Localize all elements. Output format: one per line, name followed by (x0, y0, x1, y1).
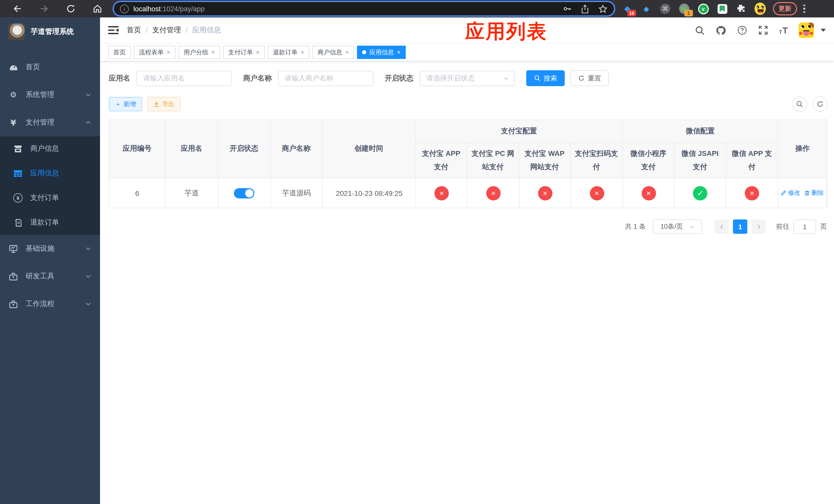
disabled-cross-icon: × (745, 186, 759, 200)
password-key-icon[interactable] (563, 4, 572, 13)
export-button[interactable]: 导出 (147, 97, 180, 111)
extension-sketch-icon[interactable]: ◆ 10 (622, 3, 633, 14)
extension-notebook-icon[interactable] (717, 3, 728, 14)
close-icon[interactable]: × (397, 49, 401, 55)
current-page-button[interactable]: 1 (733, 220, 747, 234)
sidebar-item-system[interactable]: ⚙ 系统管理 (0, 81, 100, 109)
tab-user-group[interactable]: 用户分组× (178, 46, 220, 59)
close-icon[interactable]: × (301, 49, 304, 55)
extension-command-icon[interactable]: ⌘ (660, 3, 671, 14)
cell-wx-jsapi: ✓ (675, 178, 727, 208)
header-search-icon[interactable] (695, 25, 704, 35)
sidebar-collapse-icon[interactable] (108, 26, 118, 35)
browser-forward-icon[interactable] (39, 3, 50, 14)
avatar-caret-icon[interactable] (821, 29, 826, 32)
close-icon[interactable]: × (345, 49, 349, 55)
plus-icon: ＋ (115, 100, 121, 109)
close-icon[interactable]: × (211, 49, 215, 55)
col-header-wx-app: 微信 APP 支付 (726, 143, 777, 178)
breadcrumb-current: 应用信息 (192, 26, 221, 35)
search-button[interactable]: 搜索 (526, 70, 565, 86)
status-toggle[interactable] (234, 188, 255, 198)
disabled-cross-icon: × (486, 186, 501, 200)
sidebar-item-infra[interactable]: 基础设施 (0, 235, 100, 262)
refresh-button[interactable] (812, 96, 828, 112)
close-icon[interactable]: × (167, 49, 170, 55)
add-button[interactable]: ＋新增 (109, 97, 142, 111)
browser-profile-avatar[interactable] (754, 3, 766, 14)
sidebar-item-home[interactable]: 首页 (0, 53, 100, 81)
cell-alipay-pc: × (468, 178, 520, 208)
github-icon[interactable] (715, 25, 726, 36)
table-header: 应用编号 应用名 开启状态 商户名称 创建时间 支付宝配置 支付宝 APP 支付… (109, 120, 827, 178)
storefront-icon (13, 145, 23, 153)
tab-home[interactable]: 首页 (108, 46, 131, 59)
fullscreen-icon[interactable] (758, 25, 768, 36)
filter-form: 应用名 商户名称 开启状态 请选择开启状态 (109, 70, 828, 86)
search-icon (796, 100, 803, 108)
app-name-label: 应用名 (109, 74, 130, 83)
edit-link[interactable]: 修改 (781, 189, 800, 198)
browser-reload-icon[interactable] (65, 3, 76, 14)
site-info-icon[interactable]: i (120, 4, 129, 13)
col-header-wx-lite: 微信小程序支付 (623, 143, 675, 178)
merchant-name-input[interactable] (278, 70, 373, 86)
extension-gem-icon[interactable]: ◆ (641, 3, 652, 14)
chrome-menu-icon[interactable] (803, 5, 805, 13)
pencil-icon (781, 190, 786, 196)
browser-toolbar: i localhost:1024/pay/app ◆ 10 ◆ ⌘ (0, 0, 834, 18)
reset-button[interactable]: 重置 (570, 70, 609, 86)
browser-home-icon[interactable] (92, 3, 103, 14)
tab-pay-order[interactable]: 支付订单× (223, 46, 265, 59)
toggle-search-button[interactable] (792, 96, 807, 112)
app-logo[interactable]: 芋道管理系统 (0, 18, 100, 46)
col-header-actions: 操作 (778, 120, 827, 177)
cell-wx-app: × (727, 178, 778, 208)
sidebar-item-dev-tools[interactable]: 研发工具 (0, 262, 100, 290)
tab-process-form[interactable]: 流程表单× (134, 46, 175, 59)
tab-refund-order[interactable]: 退款订单× (268, 46, 309, 59)
merchant-name-label: 商户名称 (243, 74, 272, 83)
address-bar[interactable]: i localhost:1024/pay/app (114, 2, 614, 15)
yen-icon: ¥ (9, 118, 18, 128)
sidebar-item-pay-order[interactable]: ¥ 支付订单 (0, 186, 100, 210)
tab-merchant-info[interactable]: 商户信息× (312, 46, 354, 59)
chevron-down-icon (85, 246, 91, 252)
url-text[interactable]: localhost:1024/pay/app (133, 5, 205, 13)
sidebar-item-merchant-info[interactable]: 商户信息 (0, 136, 100, 161)
sidebar-item-pay[interactable]: ¥ 支付管理 (0, 109, 100, 136)
bookmark-star-icon[interactable] (598, 4, 608, 14)
chevron-up-icon (85, 119, 91, 125)
col-header-name: 应用名 (166, 120, 218, 177)
font-size-icon[interactable]: TT (779, 26, 788, 35)
close-icon[interactable]: × (256, 49, 260, 55)
table-row: 6 芋道 芋道源码 2021-10-23 08:49:25 × × × × × … (109, 178, 827, 208)
extension-green-v-icon[interactable]: v (698, 3, 709, 14)
breadcrumb-section[interactable]: 支付管理 (152, 26, 181, 35)
extensions-puzzle-icon[interactable] (736, 3, 747, 14)
sidebar-item-workflow[interactable]: 工作流程 (0, 290, 100, 318)
sidebar-item-app-info[interactable]: 应用信息 (0, 161, 100, 186)
status-select[interactable]: 请选择开启状态 (420, 70, 515, 86)
goto-page-input[interactable] (793, 220, 816, 234)
breadcrumb-home[interactable]: 首页 (127, 26, 141, 35)
app-name-input[interactable] (136, 70, 232, 86)
tab-app-info[interactable]: 应用信息× (357, 46, 406, 59)
table-toolbar: ＋新增 导出 (109, 96, 828, 112)
browser-back-icon[interactable] (12, 3, 23, 14)
share-icon[interactable] (580, 4, 589, 14)
chrome-update-button[interactable]: 更新 (773, 2, 797, 15)
delete-link[interactable]: 删除 (804, 189, 824, 198)
user-avatar[interactable] (798, 23, 814, 38)
extension-recorder-icon[interactable]: 1 (679, 3, 690, 14)
cell-alipay-wap: × (520, 178, 571, 208)
next-page-button[interactable] (751, 220, 766, 234)
trash-icon (804, 190, 810, 196)
prev-page-button[interactable] (715, 220, 729, 234)
sidebar-item-refund-order[interactable]: 退款订单 (0, 210, 100, 235)
help-icon[interactable] (737, 25, 747, 36)
extension-badge: 10 (627, 10, 636, 17)
page-size-select[interactable]: 10条/页 (653, 220, 702, 234)
extensions-row: ◆ 10 ◆ ⌘ 1 v (622, 3, 766, 14)
group-header-wechat: 微信配置 微信小程序支付 微信 JSAPI 支付 微信 APP 支付 (623, 120, 778, 178)
